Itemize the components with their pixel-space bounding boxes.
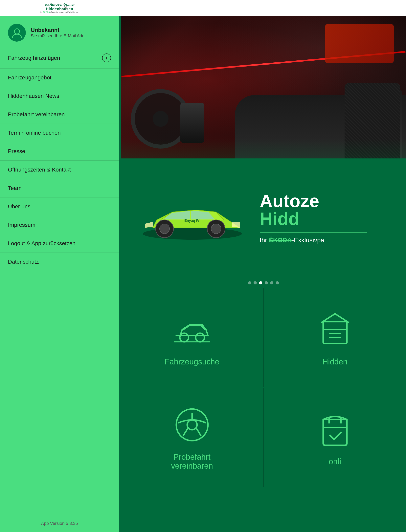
user-name: Unbekannt: [31, 27, 87, 33]
hero-car-image: Enyaq iV: [133, 183, 252, 252]
svg-line-16: [183, 428, 188, 436]
ambient-light: [121, 139, 406, 158]
nav-item-label-team: Team: [8, 185, 22, 191]
svg-text:Enyaq iV: Enyaq iV: [184, 219, 199, 223]
fahrzeugsuche-tile[interactable]: Fahrzeugsuche: [121, 288, 263, 387]
nav-item-fahrzeugangebot[interactable]: Fahrzeugangebot: [0, 69, 119, 87]
carousel-dot-1[interactable]: [248, 281, 251, 284]
nav-item-impressum[interactable]: Impressum: [0, 216, 119, 234]
nav-item-fahrzeug-hinzufugen[interactable]: Fahrzeug hinzufügen +: [0, 48, 119, 69]
svg-rect-9: [323, 322, 347, 343]
nav-item-ueber-uns[interactable]: Über uns: [0, 197, 119, 216]
close-button[interactable]: ✕: [60, 3, 70, 13]
carousel-dot-6[interactable]: [276, 281, 279, 284]
calendar-icon: [315, 410, 355, 449]
car-search-icon: [172, 310, 212, 349]
user-info: Unbekannt Sie müssen Ihre E-Mail Adr...: [31, 27, 87, 38]
nav-item-label: Datenschutz: [8, 259, 39, 265]
svg-point-7: [196, 333, 204, 342]
drawer-logo: das Autozentrumfür Hiddenhausen Ihr ŠKOD…: [40, 3, 79, 14]
nav-item-label: Fahrzeug hinzufügen: [8, 55, 60, 61]
carousel-dots: [121, 277, 406, 288]
nav-item-label: Fahrzeugangebot: [8, 75, 51, 81]
nav-item-label: Impressum: [8, 222, 35, 228]
calendar-svg: [315, 410, 355, 449]
close-icon: ✕: [63, 5, 68, 12]
hero-text: Autoze Hidd Ihr ŠKODA-Exklusivpa: [252, 192, 394, 244]
nav-item-oeffnungszeiten[interactable]: Öffnungszeiten & Kontakt: [0, 161, 119, 179]
hero-subtitle: Ihr ŠKODA-Exklusivpa: [260, 237, 394, 244]
nav-item-label: Presse: [8, 148, 25, 154]
nav-item-label: Termin online buchen: [8, 130, 61, 136]
hiddenhausen-news-tile[interactable]: Hidden: [264, 288, 406, 387]
hero-section: Enyaq iV Autoze Hidd Ihr ŠKODA-Exklusivp…: [121, 158, 406, 277]
nav-item-datenschutz[interactable]: Datenschutz: [0, 253, 119, 271]
nav-item-logout[interactable]: Logout & App zurücksetzen: [0, 234, 119, 253]
user-profile-section: Unbekannt Sie müssen Ihre E-Mail Adr...: [0, 16, 119, 48]
nav-item-termin[interactable]: Termin online buchen: [0, 124, 119, 142]
hiddenhausen-news-label: Hidden: [322, 357, 348, 366]
svg-line-17: [196, 428, 201, 436]
carousel-dot-3[interactable]: [259, 281, 262, 284]
steering-wheel-icon: [172, 405, 212, 445]
nav-item-label: Über uns: [8, 203, 30, 210]
user-email: Sie müssen Ihre E-Mail Adr...: [31, 33, 87, 38]
skoda-connect-banner: ŠKODA Connect: [121, 0, 406, 158]
nav-item-label: Logout & App zurücksetzen: [8, 240, 76, 247]
termin-label: onli: [329, 457, 341, 466]
dashboard-display: [325, 24, 394, 63]
avatar-icon: [12, 27, 22, 38]
svg-point-4: [211, 224, 221, 234]
grid-section-2: Probefahrtvereinbaren: [121, 388, 406, 487]
gear-area: [180, 103, 204, 143]
drawer-logo-tagline: Ihr ŠKODA-Exklusivpartner im Kreis Herfo…: [40, 11, 79, 14]
svg-point-6: [180, 333, 188, 342]
grid-section-1: Fahrzeugsuche: [121, 288, 406, 387]
add-vehicle-icon: +: [102, 54, 111, 62]
svg-point-21: [14, 29, 19, 34]
news-svg: [315, 310, 355, 349]
carousel-dot-4[interactable]: [265, 281, 268, 284]
nav-item-presse[interactable]: Presse: [0, 142, 119, 161]
hero-title-line2: Hidd: [260, 210, 394, 228]
nav-item-probefahrt[interactable]: Probefahrt vereinbaren: [0, 105, 119, 124]
news-icon: [315, 310, 355, 349]
steering-wheel-svg: [172, 405, 212, 445]
svg-point-2: [160, 224, 169, 234]
probefahrt-label: Probefahrtvereinbaren: [171, 453, 213, 470]
drawer-header: das Autozentrumfür Hiddenhausen Ihr ŠKOD…: [0, 0, 119, 16]
nav-item-label: Öffnungszeiten & Kontakt: [8, 167, 71, 173]
nav-menu: Fahrzeug hinzufügen + Fahrzeugangebot Hi…: [0, 48, 119, 515]
carousel-dot-2[interactable]: [254, 281, 257, 284]
main-content: das Autozentrumfür Hiddenhausen Ihr ŠKOD…: [0, 0, 406, 532]
nav-item-team[interactable]: Team: [0, 179, 119, 197]
termin-tile[interactable]: onli: [264, 388, 406, 487]
fahrzeugsuche-label: Fahrzeugsuche: [165, 357, 219, 366]
app-version: App Version 5.3.35: [0, 515, 119, 532]
carousel-dot-5[interactable]: [270, 281, 273, 284]
car-outline-svg: [172, 310, 212, 349]
hero-divider: [260, 232, 367, 232]
car-svg: Enyaq iV: [133, 183, 252, 252]
car-interior-image: [121, 0, 406, 158]
plus-icon: +: [105, 55, 108, 61]
probefahrt-tile[interactable]: Probefahrtvereinbaren: [121, 388, 263, 487]
nav-item-hiddenhausen-news[interactable]: Hiddenhausen News: [0, 87, 119, 105]
drawer-menu: das Autozentrumfür Hiddenhausen Ihr ŠKOD…: [0, 0, 119, 532]
nav-item-label: Probefahrt vereinbaren: [8, 111, 65, 118]
hero-title-line1: Autoze: [260, 192, 394, 210]
nav-item-label: Hiddenhausen News: [8, 93, 59, 99]
svg-point-14: [187, 420, 197, 430]
right-content-area: ŠKODA Connect: [121, 0, 406, 532]
avatar: [8, 24, 26, 42]
